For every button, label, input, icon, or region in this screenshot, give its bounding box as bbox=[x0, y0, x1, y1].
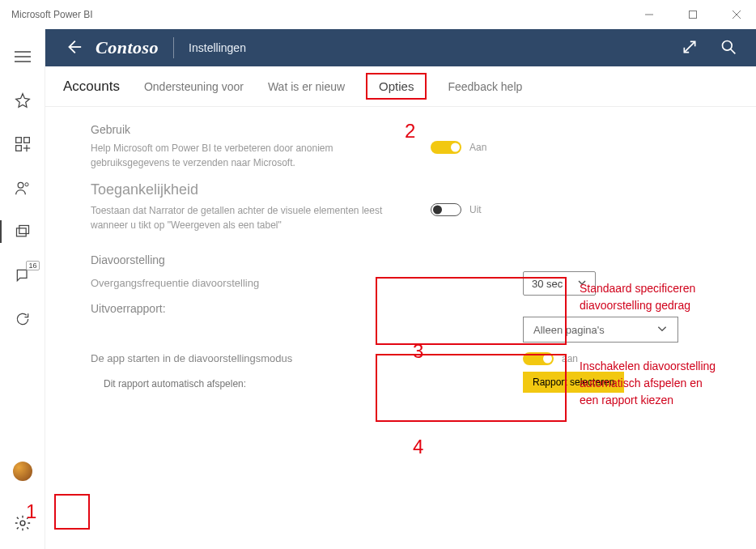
svg-point-18 bbox=[723, 40, 733, 50]
window-controls bbox=[636, 5, 750, 24]
search-icon[interactable] bbox=[720, 39, 737, 57]
callout-num-1: 1 bbox=[26, 500, 36, 523]
svg-rect-1 bbox=[690, 11, 697, 19]
autoplay-label: Dit rapport automatisch afspelen: bbox=[104, 378, 246, 389]
close-icon[interactable] bbox=[724, 5, 750, 24]
access-toggle[interactable] bbox=[431, 203, 461, 216]
window-title: Microsoft Power BI bbox=[11, 9, 93, 20]
callout-num-4: 4 bbox=[413, 436, 423, 458]
callout-num-3: 3 bbox=[413, 340, 423, 363]
usage-toggle-label: Aan bbox=[469, 142, 486, 153]
titlebar: Microsoft Power BI bbox=[0, 0, 756, 29]
minimize-icon[interactable] bbox=[636, 5, 662, 24]
svg-point-12 bbox=[18, 182, 23, 188]
usage-desc: Help Microsoft om Power BI te verbeteren… bbox=[91, 141, 398, 170]
workspaces-icon[interactable] bbox=[10, 219, 36, 245]
svg-point-13 bbox=[24, 183, 28, 186]
apps-icon[interactable] bbox=[10, 131, 36, 157]
section-access-title: Toegankelijkheid bbox=[91, 181, 733, 198]
callout-box-4 bbox=[376, 354, 567, 422]
page-title: Instellingen bbox=[189, 41, 246, 54]
tab-feedback[interactable]: Feedback help bbox=[444, 75, 525, 98]
section-slideshow-title: Diavoorstelling bbox=[91, 253, 733, 266]
svg-rect-9 bbox=[15, 146, 21, 151]
tab-options[interactable]: Opties bbox=[366, 73, 427, 100]
svg-point-16 bbox=[20, 521, 25, 526]
back-icon[interactable] bbox=[65, 38, 83, 58]
notifications-icon[interactable]: 16 bbox=[10, 262, 36, 288]
app-window: Microsoft Power BI bbox=[0, 0, 756, 549]
star-icon[interactable] bbox=[10, 87, 36, 113]
content: Contoso Instellingen Accounts Ondersteun… bbox=[45, 29, 756, 549]
maximize-icon[interactable] bbox=[680, 5, 706, 24]
tab-whatsnew[interactable]: Wat is er nieuw bbox=[265, 75, 348, 98]
svg-rect-8 bbox=[23, 138, 29, 143]
svg-line-19 bbox=[731, 49, 736, 53]
notification-badge: 16 bbox=[26, 261, 39, 270]
svg-rect-15 bbox=[19, 226, 28, 234]
app-header: Contoso Instellingen bbox=[45, 29, 756, 66]
annotation-4-text: Inschakelen diavoorstelling automatisch … bbox=[580, 358, 717, 409]
usage-toggle[interactable] bbox=[431, 141, 461, 154]
svg-rect-14 bbox=[16, 228, 26, 236]
start-label: De app starten in de diavoorstellingsmod… bbox=[91, 351, 292, 367]
annotation-3-text: Standaard specificeren diavoorstelling g… bbox=[580, 280, 717, 314]
avatar[interactable] bbox=[13, 462, 32, 481]
tab-accounts[interactable]: Accounts bbox=[60, 74, 123, 100]
chevron-down-icon bbox=[656, 323, 668, 337]
brand-name: Contoso bbox=[96, 37, 174, 58]
settings-body: Gebruik Help Microsoft om Power BI te ve… bbox=[45, 107, 756, 417]
sidebar: 16 bbox=[0, 29, 45, 549]
callout-num-2: 2 bbox=[405, 120, 415, 143]
tabs: Accounts Ondersteuning voor Wat is er ni… bbox=[45, 66, 756, 107]
people-icon[interactable] bbox=[10, 175, 36, 201]
callout-box-1 bbox=[54, 494, 90, 530]
access-toggle-label: Uit bbox=[469, 204, 482, 215]
access-desc: Toestaan dat Narrator de getallen achter… bbox=[91, 203, 398, 232]
tab-support[interactable]: Ondersteuning voor bbox=[141, 75, 247, 98]
refresh-icon[interactable] bbox=[10, 306, 36, 332]
hamburger-icon[interactable] bbox=[10, 44, 36, 70]
callout-box-3 bbox=[376, 277, 567, 345]
fullscreen-icon[interactable] bbox=[682, 39, 698, 57]
freq-label: Overgangsfrequentie diavoorstelling bbox=[91, 275, 259, 292]
svg-rect-7 bbox=[15, 138, 21, 143]
